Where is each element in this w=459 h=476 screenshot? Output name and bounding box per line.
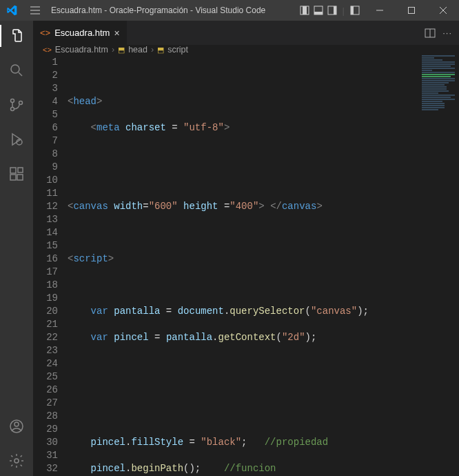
minimize-button[interactable] xyxy=(364,0,396,21)
settings-gear-icon[interactable] xyxy=(0,450,33,472)
tab-bar: <> Escuadra.htm × ··· xyxy=(33,21,459,45)
run-debug-icon[interactable] xyxy=(0,128,33,150)
svg-rect-1 xyxy=(303,6,307,14)
breadcrumb-file[interactable]: Escuadra.htm xyxy=(55,45,108,54)
layout-panel-icon[interactable] xyxy=(314,6,323,15)
svg-rect-8 xyxy=(409,8,415,14)
layout-centered-icon[interactable] xyxy=(300,6,309,15)
svg-rect-14 xyxy=(10,168,16,173)
svg-point-20 xyxy=(14,459,19,463)
close-button[interactable] xyxy=(427,0,459,21)
svg-point-11 xyxy=(11,108,14,111)
close-tab-icon[interactable]: × xyxy=(114,28,119,39)
svg-rect-17 xyxy=(18,168,23,172)
svg-rect-5 xyxy=(334,6,336,14)
svg-rect-7 xyxy=(351,6,354,14)
activity-bar xyxy=(0,21,33,476)
split-editor-icon[interactable] xyxy=(425,28,436,39)
explorer-icon[interactable] xyxy=(0,25,33,47)
svg-point-19 xyxy=(14,422,19,426)
separator: | xyxy=(341,6,346,16)
search-icon[interactable] xyxy=(0,59,33,81)
symbol-icon: ⬒ xyxy=(157,46,164,54)
svg-point-9 xyxy=(11,65,19,73)
svg-rect-3 xyxy=(314,12,323,14)
chevron-right-icon: › xyxy=(151,45,154,54)
menu-icon[interactable] xyxy=(23,5,47,16)
svg-point-12 xyxy=(19,101,23,105)
symbol-icon: ⬒ xyxy=(118,46,125,54)
breadcrumb-item[interactable]: head xyxy=(128,45,147,54)
html-file-icon: <> xyxy=(40,28,50,38)
accounts-icon[interactable] xyxy=(0,415,33,437)
editor-area: <> Escuadra.htm × ··· <> Escuadra.htm › … xyxy=(33,21,459,476)
extensions-icon[interactable] xyxy=(0,163,33,185)
title-bar: Escuadra.htm - Oracle-Programación - Vis… xyxy=(0,0,459,21)
window-title: Escuadra.htm - Oracle-Programación - Vis… xyxy=(47,6,300,15)
tab-escuadra[interactable]: <> Escuadra.htm × xyxy=(33,21,127,45)
breadcrumb-item[interactable]: script xyxy=(167,45,188,54)
more-actions-icon[interactable]: ··· xyxy=(442,28,452,38)
maximize-button[interactable] xyxy=(396,0,427,21)
code-lines[interactable]: <head> <meta charset = "utf-8"> <canvas … xyxy=(68,54,459,476)
customize-layout-icon[interactable] xyxy=(350,6,360,15)
editor-layout-controls: | xyxy=(300,6,364,16)
layout-side-icon[interactable] xyxy=(327,6,337,15)
svg-point-10 xyxy=(11,99,14,103)
code-editor[interactable]: 1234567891011121314151617181920212223242… xyxy=(33,54,459,476)
minimap[interactable] xyxy=(418,54,459,179)
source-control-icon[interactable] xyxy=(0,94,33,116)
line-gutter: 1234567891011121314151617181920212223242… xyxy=(33,54,68,476)
svg-rect-16 xyxy=(17,175,23,180)
svg-rect-15 xyxy=(10,175,16,180)
breadcrumb[interactable]: <> Escuadra.htm › ⬒ head › ⬒ script xyxy=(33,45,459,54)
chevron-right-icon: › xyxy=(112,45,114,54)
html-file-icon: <> xyxy=(43,46,52,54)
tab-label: Escuadra.htm xyxy=(54,28,110,38)
vscode-logo-icon xyxy=(0,5,23,16)
